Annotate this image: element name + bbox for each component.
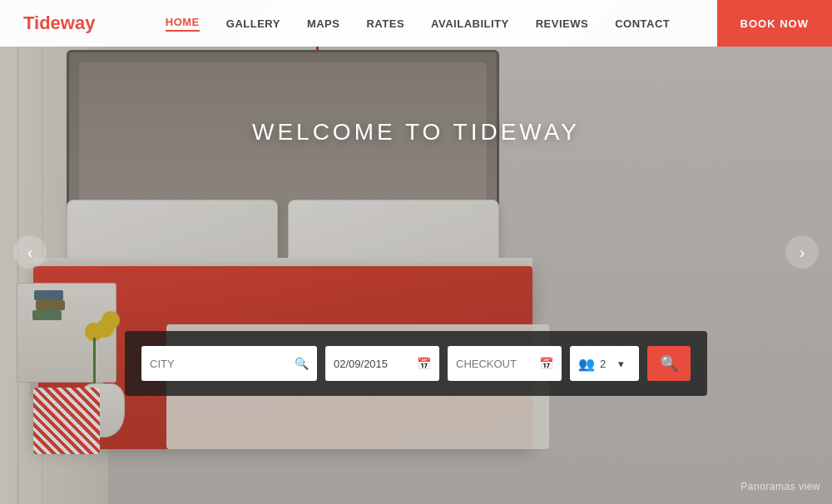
nav-rates[interactable]: RATES [366, 17, 404, 30]
nav-reviews[interactable]: REVIEWS [536, 17, 588, 30]
hero-section: WELCOME TO TIDEWAY 🔍 📅 📅 👥 2 ▾ 🔍 ‹ [0, 0, 832, 504]
guests-icon: 👥 [578, 356, 595, 372]
header: Tideway HOME GALLERY MAPS RATES AVAILABI… [0, 0, 832, 47]
hero-overlay [0, 0, 832, 504]
city-search-icon: 🔍 [295, 357, 309, 370]
main-nav: HOME GALLERY MAPS RATES AVAILABILITY REV… [118, 16, 716, 32]
checkin-field[interactable]: 📅 [325, 346, 439, 381]
prev-slide-button[interactable]: ‹ [13, 235, 47, 269]
nav-gallery[interactable]: GALLERY [226, 17, 280, 30]
guests-field[interactable]: 👥 2 ▾ [570, 346, 639, 381]
nav-availability[interactable]: AVAILABILITY [431, 17, 509, 30]
nav-maps[interactable]: MAPS [307, 17, 340, 30]
checkout-calendar-icon: 📅 [539, 357, 553, 370]
search-bar: 🔍 📅 📅 👥 2 ▾ 🔍 [125, 331, 707, 396]
nav-home[interactable]: HOME [166, 16, 200, 32]
calendar-icon: 📅 [417, 357, 431, 370]
checkout-input[interactable] [456, 358, 534, 370]
guests-chevron-icon: ▾ [618, 358, 631, 370]
nav-contact[interactable]: CONTACT [615, 17, 670, 30]
city-field[interactable]: 🔍 [141, 346, 317, 381]
checkin-input[interactable] [334, 358, 412, 370]
hero-title: WELCOME TO TIDEWAY [252, 119, 580, 146]
panoramas-label: Panoramas view [740, 481, 820, 492]
search-button[interactable]: 🔍 [647, 346, 691, 381]
guests-value: 2 [600, 358, 613, 370]
city-input[interactable] [150, 358, 290, 370]
book-now-button[interactable]: BOOK NOW [717, 0, 832, 47]
brand-logo[interactable]: Tideway [0, 12, 118, 34]
search-button-icon: 🔍 [660, 354, 678, 373]
next-slide-button[interactable]: › [785, 235, 819, 269]
checkout-field[interactable]: 📅 [448, 346, 562, 381]
